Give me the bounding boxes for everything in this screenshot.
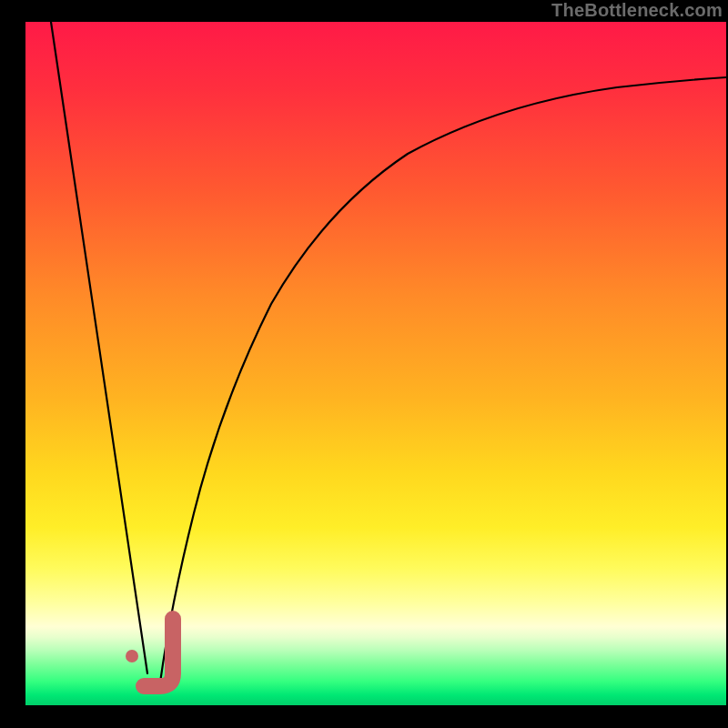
j-hook-icon bbox=[144, 619, 173, 686]
plot-area bbox=[25, 22, 726, 705]
watermark-text: TheBottleneck.com bbox=[551, 0, 723, 21]
left-line bbox=[51, 22, 147, 673]
j-dot-icon bbox=[126, 650, 138, 662]
right-curve bbox=[160, 77, 726, 682]
curves-svg bbox=[25, 22, 726, 705]
chart-frame: TheBottleneck.com bbox=[0, 0, 728, 728]
